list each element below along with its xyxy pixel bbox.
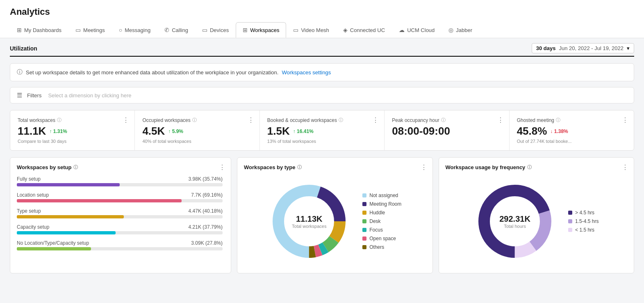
info-banner-text: Set up workspace details to get more enh…	[26, 69, 278, 76]
metric-more-peak-occupancy[interactable]: ⋮	[497, 116, 504, 124]
metric-more-total-workspaces[interactable]: ⋮	[123, 116, 130, 124]
metric-change-booked-occupied: ↑ 16.41%	[293, 129, 314, 134]
chart-setup-more-button[interactable]: ⋮	[219, 163, 226, 171]
bar-item-value: 3.09K (27.8%)	[191, 240, 223, 246]
legend-label: Open space	[369, 236, 396, 241]
nav-tab-label-calling: Calling	[172, 27, 188, 33]
chart-type-title: Workspaces by type ⓘ	[244, 164, 426, 170]
metric-subtitle-booked-occupied: 13% of total workspaces	[267, 139, 377, 144]
workspaces-settings-link[interactable]: Workspaces settings	[282, 69, 331, 76]
nav-tab-label-meetings: Meetings	[83, 27, 105, 33]
ucm-cloud-icon: ☁	[399, 27, 405, 33]
chart-setup-title: Workspaces by setup ⓘ	[17, 164, 224, 170]
legend-dot	[362, 228, 366, 232]
bar-item-value: 7.7K (69.16%)	[191, 192, 223, 198]
metric-label-total-workspaces: Total workspaces ⓘ	[18, 117, 127, 123]
filter-icon: ☰	[17, 92, 22, 99]
messaging-icon: ○	[119, 27, 122, 33]
bar-item-value: 3.98K (35.74%)	[189, 176, 223, 182]
bar-fill	[17, 247, 91, 250]
metrics-row: ⋮ Total workspaces ⓘ 11.1K ↑ 1.31% Compa…	[10, 110, 634, 151]
nav-tab-meetings[interactable]: ▭Meetings	[68, 22, 112, 38]
metric-value-peak-occupancy: 08:00-09:00	[392, 125, 501, 138]
metric-value-ghosted-meeting: 45.8% ↓ 1.38%	[517, 125, 626, 138]
bar-item-label: Fully setup	[17, 176, 41, 182]
legend-item: Huddle	[362, 210, 401, 216]
metric-label-booked-occupied: Booked & occupied workspaces ⓘ	[267, 117, 377, 123]
nav-tab-messaging[interactable]: ○Messaging	[112, 22, 157, 38]
bar-item: No Location/Type/Capacity setup 3.09K (2…	[17, 240, 223, 250]
legend-item: > 4.5 hrs	[568, 210, 598, 216]
donut-freq-center: 292.31K Total hours	[499, 214, 530, 229]
metric-card-booked-occupied: ⋮ Booked & occupied workspaces ⓘ 1.5K ↑ …	[260, 110, 385, 150]
legend-label: Others	[369, 244, 384, 250]
metric-label-peak-occupancy: Peak occupancy hour ⓘ	[392, 117, 501, 123]
filters-bar[interactable]: ☰ Filters Select a dimension by clicking…	[10, 87, 634, 103]
chart-freq-info-icon: ⓘ	[527, 164, 532, 170]
donut-freq-chart: 292.31K Total hours	[474, 180, 556, 262]
bar-track	[17, 199, 223, 202]
nav-tab-calling[interactable]: ✆Calling	[157, 22, 195, 38]
workspaces-icon: ⊞	[243, 27, 248, 33]
date-range-selector[interactable]: 30 days Jun 20, 2022 - Jul 19, 2022 ▾	[532, 43, 634, 53]
info-banner: ⓘ Set up workspace details to get more e…	[10, 63, 634, 81]
devices-icon: ▭	[202, 27, 207, 33]
bar-track	[17, 215, 223, 218]
bar-fill	[17, 199, 182, 202]
metric-more-booked-occupied[interactable]: ⋮	[372, 116, 379, 124]
bar-item-value: 4.47K (40.18%)	[189, 208, 223, 214]
bar-item-header: Capacity setup 4.21K (37.79%)	[17, 224, 223, 230]
bar-item: Type setup 4.47K (40.18%)	[17, 208, 223, 218]
bar-item: Fully setup 3.98K (35.74%)	[17, 176, 223, 186]
nav-tab-label-my-dashboards: My Dashboards	[24, 27, 61, 33]
charts-row: Workspaces by setup ⓘ ⋮ Fully setup 3.98…	[10, 157, 634, 273]
my-dashboards-icon: ⊞	[17, 27, 22, 33]
filters-placeholder: Select a dimension by clicking here	[48, 92, 131, 99]
metric-value-occupied-workspaces: 4.5K ↑ 5.9%	[142, 125, 252, 138]
metric-more-occupied-workspaces[interactable]: ⋮	[248, 116, 255, 124]
nav-tab-label-connected-uc: Connected UC	[350, 27, 385, 33]
calling-icon: ✆	[164, 27, 169, 33]
legend-item: Others	[362, 244, 401, 250]
bar-item: Capacity setup 4.21K (37.79%)	[17, 224, 223, 234]
nav-tab-connected-uc[interactable]: ◈Connected UC	[336, 22, 392, 38]
legend-label: Desk	[369, 218, 380, 224]
nav-tabs: ⊞My Dashboards▭Meetings○Messaging✆Callin…	[10, 22, 634, 38]
chart-type-info-icon: ⓘ	[297, 164, 302, 170]
bar-item-header: Location setup 7.7K (69.16%)	[17, 192, 223, 198]
legend-item: Desk	[362, 218, 401, 224]
metric-label-occupied-workspaces: Occupied workspaces ⓘ	[142, 117, 252, 123]
nav-tab-devices[interactable]: ▭Devices	[195, 22, 236, 38]
metric-value-total-workspaces: 11.1K ↑ 1.31%	[18, 125, 127, 138]
chevron-down-icon: ▾	[627, 45, 630, 51]
nav-tab-jabber[interactable]: ◎Jabber	[441, 22, 479, 38]
chart-setup-info-icon: ⓘ	[73, 164, 78, 170]
legend-dot	[362, 245, 366, 249]
date-range-text: Jun 20, 2022 - Jul 19, 2022	[559, 45, 624, 51]
legend-dot	[362, 236, 366, 241]
bar-track	[17, 247, 223, 250]
chart-type-more-button[interactable]: ⋮	[421, 163, 428, 171]
legend-dot	[362, 219, 366, 223]
bar-fill	[17, 183, 120, 186]
chart-freq-title: Workspace usage by frequency ⓘ	[446, 164, 628, 170]
chart-freq-more-button[interactable]: ⋮	[622, 163, 629, 171]
metric-subtitle-total-workspaces: Compare to last 30 days	[18, 139, 127, 144]
info-icon: ⓘ	[17, 69, 23, 76]
bar-item-label: Capacity setup	[17, 224, 49, 230]
donut-type-center: 11.13K Total workspaces	[292, 214, 326, 229]
metric-more-ghosted-meeting[interactable]: ⋮	[622, 116, 629, 124]
bar-item: Location setup 7.7K (69.16%)	[17, 192, 223, 202]
metric-card-peak-occupancy: ⋮ Peak occupancy hour ⓘ 08:00-09:00	[385, 110, 509, 150]
legend-item: Open space	[362, 236, 401, 241]
nav-tab-my-dashboards[interactable]: ⊞My Dashboards	[10, 22, 68, 38]
nav-tab-ucm-cloud[interactable]: ☁UCM Cloud	[392, 22, 441, 38]
metric-info-icon-total-workspaces: ⓘ	[57, 117, 61, 123]
nav-tab-label-ucm-cloud: UCM Cloud	[407, 27, 435, 33]
bar-fill	[17, 231, 116, 234]
video-mesh-icon: ▭	[293, 27, 298, 33]
page-header: Analytics ⊞My Dashboards▭Meetings○Messag…	[0, 0, 644, 38]
nav-tab-workspaces[interactable]: ⊞Workspaces	[236, 22, 286, 38]
nav-tab-video-mesh[interactable]: ▭Video Mesh	[286, 22, 336, 38]
metric-card-occupied-workspaces: ⋮ Occupied workspaces ⓘ 4.5K ↑ 5.9% 40% …	[135, 110, 259, 150]
